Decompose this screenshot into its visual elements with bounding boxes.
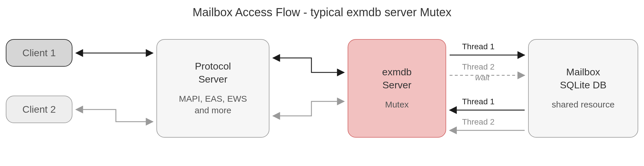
exmdb-sub: Mutex (385, 99, 409, 111)
edge-label-thread2-wait: wait (475, 73, 490, 82)
protocol-line2: Server (198, 74, 227, 85)
exmdb-line2: Server (382, 79, 411, 91)
edge-label-thread2-out: Thread 2 (462, 62, 495, 72)
db-line2: SQLite DB (560, 79, 607, 91)
node-protocol-server: Protocol Server MAPI, EAS, EWSand more (156, 39, 269, 138)
diagram-title: Mailbox Access Flow - typical exmdb serv… (0, 6, 644, 19)
db-sub: shared resource (552, 99, 615, 111)
node-exmdb-server: exmdb Server Mutex (348, 39, 446, 138)
diagram-canvas: Mailbox Access Flow - typical exmdb serv… (0, 0, 644, 166)
node-client-1: Client 1 (6, 39, 72, 67)
protocol-line1: Protocol (195, 61, 231, 72)
node-mailbox-db: Mailbox SQLite DB shared resource (528, 39, 638, 138)
exmdb-line1: exmdb (382, 66, 412, 78)
node-client-2-label: Client 2 (22, 104, 56, 115)
node-client-1-label: Client 1 (22, 47, 56, 59)
db-line1: Mailbox (566, 66, 600, 78)
edge-label-thread1-out: Thread 1 (462, 42, 495, 51)
edge-protocol-exmdb-gray (273, 101, 344, 116)
edge-label-thread1-back: Thread 1 (462, 97, 495, 106)
edge-label-thread2-back: Thread 2 (462, 117, 495, 127)
edge-protocol-exmdb-dark (273, 58, 344, 72)
node-client-2: Client 2 (6, 96, 72, 123)
edge-client2-protocol (76, 110, 153, 122)
protocol-sub: MAPI, EAS, EWSand more (179, 93, 247, 116)
